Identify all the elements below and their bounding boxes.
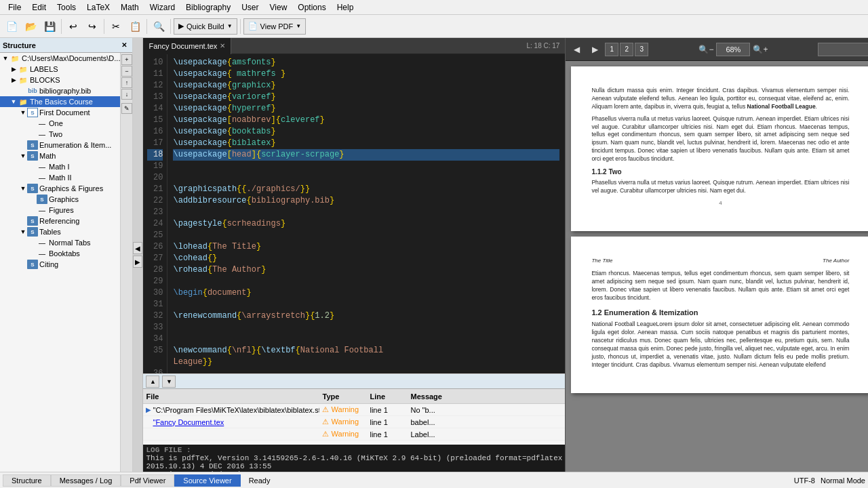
menu-user[interactable]: User xyxy=(236,1,264,14)
code-line: \graphicspath{{./graphics/}} xyxy=(173,184,559,195)
status-right: UTF-8 Normal Mode xyxy=(794,476,865,485)
tab-messages-log[interactable]: Messages / Log xyxy=(51,474,121,487)
structure-panel: Structure ✕ ▼ 📁 C:\Users\Max\Documents\D… xyxy=(0,38,133,472)
tree-label: Math II xyxy=(49,174,72,182)
tree-item-figures[interactable]: ▶ — Figures xyxy=(0,205,120,216)
tree-item-graphics[interactable]: ▼ S Graphics & Figures xyxy=(0,183,120,194)
side-btn-2[interactable]: − xyxy=(121,66,132,77)
zoom-input[interactable] xyxy=(716,43,750,56)
nav-left-btn[interactable]: ◀ xyxy=(133,242,142,254)
tree-label: First Document xyxy=(39,108,90,117)
menu-math[interactable]: Math xyxy=(115,1,144,14)
pdf-nav-right[interactable]: ▶ xyxy=(587,41,603,58)
undo-button[interactable]: ↩ xyxy=(64,18,82,35)
menu-view[interactable]: View xyxy=(264,1,293,14)
tree-item-enum[interactable]: ▶ S Enumeration & Item... xyxy=(0,140,120,150)
page-btn-2[interactable]: 2 xyxy=(620,43,633,56)
menu-help[interactable]: Help xyxy=(332,1,359,14)
tree-item-citing[interactable]: ▶ S Citing xyxy=(0,259,120,270)
panel-close-icon[interactable]: ✕ xyxy=(119,40,130,51)
new-button[interactable]: 📄 xyxy=(3,18,20,35)
tree-item-referencing[interactable]: ▶ S Referencing xyxy=(0,216,120,226)
tree-item-first-document[interactable]: ▼ S First Document xyxy=(0,107,120,118)
log-nav-down[interactable]: ▼ xyxy=(162,375,176,388)
tree-item-math[interactable]: ▼ S Math xyxy=(0,150,120,161)
tree-item-one[interactable]: ▶ — One xyxy=(0,118,120,129)
tree-item-graphics-sub[interactable]: ▶ S Graphics xyxy=(0,194,120,205)
log-line-3: line 1 xyxy=(367,430,408,439)
log-row-2[interactable]: "Fancy Document.tex ⚠ Warning line 1 bab… xyxy=(143,416,565,428)
pdf-icon: 📄 xyxy=(248,22,258,30)
tree-item-booktabs[interactable]: ▶ — Booktabs xyxy=(0,248,120,259)
save-button[interactable]: 💾 xyxy=(41,18,58,35)
tree-item-normal-tabs[interactable]: ▶ — Normal Tabs xyxy=(0,237,120,248)
log-file-label: "Fancy Document.tex xyxy=(153,418,224,426)
tab-structure[interactable]: Structure xyxy=(3,474,51,487)
branch-icon: — xyxy=(37,249,47,258)
pdf-para-top: Nulla dictum massa quis enim. Integer ti… xyxy=(591,87,849,111)
cut-button[interactable]: ✂ xyxy=(107,18,125,35)
menu-edit[interactable]: Edit xyxy=(26,1,52,14)
expand-icon[interactable]: ▶ xyxy=(9,77,18,83)
page-btn-3[interactable]: 3 xyxy=(635,43,648,56)
side-btn-1[interactable]: + xyxy=(121,54,132,65)
pdf-header: The Title The Author xyxy=(591,257,849,264)
view-pdf-label: View PDF xyxy=(260,22,294,30)
tab-pdf-viewer[interactable]: Pdf Viewer xyxy=(121,474,174,487)
tree-item-labels[interactable]: ▶ 📁 LABELS xyxy=(0,64,120,75)
tree-item-bibliography[interactable]: ▶ bib bibliography.bib xyxy=(0,85,120,96)
menu-options[interactable]: Options xyxy=(292,1,331,14)
menu-latex[interactable]: LaTeX xyxy=(81,1,115,14)
menu-tools[interactable]: Tools xyxy=(52,1,81,14)
collapse-icon[interactable]: ▼ xyxy=(19,185,27,192)
tab-close-icon[interactable]: ✕ xyxy=(220,42,225,49)
tab-source-viewer[interactable]: Source Viewer xyxy=(174,474,240,487)
expand-icon[interactable]: ▶ xyxy=(9,66,18,73)
pdf-nav-left[interactable]: ◀ xyxy=(568,41,585,58)
code-editor[interactable]: \usepackage{amsfonts} \usepackage{ mathr… xyxy=(167,54,565,373)
find-button[interactable]: 🔍 xyxy=(150,18,167,35)
tree-item-basics-course[interactable]: ▼ 📁 The Basics Course xyxy=(0,96,120,107)
menu-wizard[interactable]: Wizard xyxy=(144,1,180,14)
warning-icon: ⚠ xyxy=(322,418,329,426)
code-line: \usepackage{ mathrefs } xyxy=(173,68,559,80)
tree-item-root[interactable]: ▼ 📁 C:\Users\Max\Documents\D... xyxy=(0,53,120,64)
side-btn-4[interactable]: ↓ xyxy=(121,89,132,100)
log-nav-up[interactable]: ▲ xyxy=(146,375,159,388)
log-type-3: ⚠ Warning xyxy=(319,430,367,439)
page-btn-1[interactable]: 1 xyxy=(605,43,618,56)
tree-item-math-ii[interactable]: ▶ — Math II xyxy=(0,172,120,183)
zoom-in-btn[interactable]: 🔍+ xyxy=(752,41,768,58)
menu-bibliography[interactable]: Bibliography xyxy=(180,1,236,14)
collapse-icon[interactable]: ▼ xyxy=(9,98,18,105)
tree-item-tables[interactable]: ▼ S Tables xyxy=(0,226,120,237)
tree-item-two[interactable]: ▶ — Two xyxy=(0,129,120,140)
code-line xyxy=(173,161,559,172)
log-row-3[interactable]: ⚠ Warning line 1 Label... xyxy=(143,428,565,441)
quick-build-button[interactable]: ▶ Quick Build ▼ xyxy=(174,18,237,35)
collapse-icon[interactable]: ▼ xyxy=(1,55,9,62)
editor-tab-fancy[interactable]: Fancy Document.tex ✕ xyxy=(143,38,231,54)
zoom-out-btn[interactable]: 🔍− xyxy=(698,41,714,58)
tree-item-blocks[interactable]: ▶ 📁 BLOCKS xyxy=(0,75,120,85)
collapse-icon[interactable]: ▼ xyxy=(19,109,27,116)
tree-item-math-i[interactable]: ▶ — Math I xyxy=(0,161,120,172)
search-input[interactable] xyxy=(818,43,868,56)
tab-label: Fancy Document.tex xyxy=(149,42,217,50)
collapse-icon[interactable]: ▼ xyxy=(19,152,27,159)
view-pdf-button[interactable]: 📄 View PDF ▼ xyxy=(243,18,307,35)
redo-button[interactable]: ↪ xyxy=(83,18,101,35)
pdf-content[interactable]: Nulla dictum massa quis enim. Integer ti… xyxy=(566,61,868,472)
nav-right-btn[interactable]: ▶ xyxy=(133,256,142,268)
branch-icon: — xyxy=(37,173,47,182)
copy-button[interactable]: 📋 xyxy=(126,18,144,35)
side-btn-5[interactable]: ✎ xyxy=(121,103,132,114)
menu-file[interactable]: File xyxy=(3,1,26,14)
col-type: Type xyxy=(319,392,367,401)
tree-label: Booktabs xyxy=(49,249,80,258)
page-info: 1 2 3 xyxy=(605,43,648,56)
collapse-icon[interactable]: ▼ xyxy=(19,228,27,235)
log-row-1[interactable]: ▶ "C:\Program Files\MiKTeX\latex\biblate… xyxy=(143,404,565,416)
open-button[interactable]: 📂 xyxy=(22,18,39,35)
side-btn-3[interactable]: ↑ xyxy=(121,77,132,88)
